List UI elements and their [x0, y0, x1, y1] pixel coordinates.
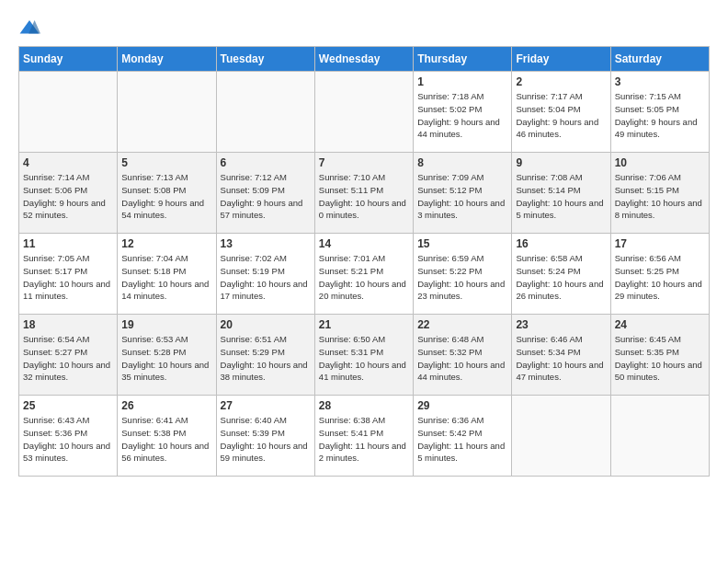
- calendar-cell: 3Sunrise: 7:15 AM Sunset: 5:05 PM Daylig…: [610, 72, 709, 153]
- calendar-week-row: 1Sunrise: 7:18 AM Sunset: 5:02 PM Daylig…: [19, 72, 710, 153]
- column-header-wednesday: Wednesday: [314, 47, 413, 72]
- calendar-week-row: 18Sunrise: 6:54 AM Sunset: 5:27 PM Dayli…: [19, 315, 710, 396]
- calendar-cell: [118, 72, 216, 153]
- calendar-cell: [314, 72, 413, 153]
- day-info: Sunrise: 6:48 AM Sunset: 5:32 PM Dayligh…: [417, 333, 507, 384]
- calendar-cell: 14Sunrise: 7:01 AM Sunset: 5:21 PM Dayli…: [314, 234, 413, 315]
- day-number: 10: [615, 156, 705, 169]
- calendar-cell: 15Sunrise: 6:59 AM Sunset: 5:22 PM Dayli…: [414, 234, 512, 315]
- day-number: 25: [23, 399, 113, 412]
- calendar-cell: 29Sunrise: 6:36 AM Sunset: 5:42 PM Dayli…: [414, 396, 512, 477]
- calendar-cell: 11Sunrise: 7:05 AM Sunset: 5:17 PM Dayli…: [19, 234, 118, 315]
- day-info: Sunrise: 7:04 AM Sunset: 5:18 PM Dayligh…: [121, 252, 211, 303]
- day-info: Sunrise: 6:45 AM Sunset: 5:35 PM Dayligh…: [615, 333, 705, 384]
- day-number: 26: [121, 399, 211, 412]
- day-info: Sunrise: 7:15 AM Sunset: 5:05 PM Dayligh…: [615, 90, 705, 141]
- day-info: Sunrise: 6:56 AM Sunset: 5:25 PM Dayligh…: [615, 252, 705, 303]
- day-number: 17: [615, 237, 705, 250]
- day-number: 20: [221, 318, 311, 331]
- calendar-cell: [610, 396, 709, 477]
- calendar-cell: 24Sunrise: 6:45 AM Sunset: 5:35 PM Dayli…: [610, 315, 709, 396]
- day-number: 29: [417, 399, 507, 412]
- calendar-week-row: 11Sunrise: 7:05 AM Sunset: 5:17 PM Dayli…: [19, 234, 710, 315]
- day-number: 4: [23, 156, 113, 169]
- day-number: 23: [516, 318, 606, 331]
- calendar-cell: [216, 72, 314, 153]
- calendar-cell: 18Sunrise: 6:54 AM Sunset: 5:27 PM Dayli…: [19, 315, 118, 396]
- column-header-monday: Monday: [118, 47, 216, 72]
- day-number: 6: [221, 156, 311, 169]
- day-info: Sunrise: 7:18 AM Sunset: 5:02 PM Dayligh…: [417, 90, 507, 141]
- calendar-cell: 7Sunrise: 7:10 AM Sunset: 5:11 PM Daylig…: [314, 153, 413, 234]
- day-number: 16: [516, 237, 606, 250]
- day-info: Sunrise: 6:53 AM Sunset: 5:28 PM Dayligh…: [121, 333, 211, 384]
- calendar-cell: 13Sunrise: 7:02 AM Sunset: 5:19 PM Dayli…: [216, 234, 314, 315]
- calendar-cell: 4Sunrise: 7:14 AM Sunset: 5:06 PM Daylig…: [19, 153, 118, 234]
- calendar-table: SundayMondayTuesdayWednesdayThursdayFrid…: [18, 46, 710, 477]
- day-info: Sunrise: 6:51 AM Sunset: 5:29 PM Dayligh…: [221, 333, 311, 384]
- calendar-cell: 2Sunrise: 7:17 AM Sunset: 5:04 PM Daylig…: [512, 72, 610, 153]
- day-info: Sunrise: 7:17 AM Sunset: 5:04 PM Dayligh…: [516, 90, 606, 141]
- day-number: 2: [516, 75, 606, 88]
- calendar-cell: 5Sunrise: 7:13 AM Sunset: 5:08 PM Daylig…: [118, 153, 216, 234]
- calendar-cell: 22Sunrise: 6:48 AM Sunset: 5:32 PM Dayli…: [414, 315, 512, 396]
- day-number: 8: [417, 156, 507, 169]
- day-number: 12: [121, 237, 211, 250]
- day-info: Sunrise: 6:46 AM Sunset: 5:34 PM Dayligh…: [516, 333, 606, 384]
- day-info: Sunrise: 7:01 AM Sunset: 5:21 PM Dayligh…: [319, 252, 409, 303]
- calendar-cell: 6Sunrise: 7:12 AM Sunset: 5:09 PM Daylig…: [216, 153, 314, 234]
- calendar-cell: 12Sunrise: 7:04 AM Sunset: 5:18 PM Dayli…: [118, 234, 216, 315]
- calendar-cell: 28Sunrise: 6:38 AM Sunset: 5:41 PM Dayli…: [314, 396, 413, 477]
- header: [18, 18, 710, 37]
- day-number: 22: [417, 318, 507, 331]
- column-header-friday: Friday: [512, 47, 610, 72]
- calendar-header-row: SundayMondayTuesdayWednesdayThursdayFrid…: [19, 47, 710, 72]
- logo: [18, 18, 44, 37]
- day-info: Sunrise: 7:13 AM Sunset: 5:08 PM Dayligh…: [121, 171, 211, 222]
- day-number: 28: [319, 399, 409, 412]
- calendar-cell: 23Sunrise: 6:46 AM Sunset: 5:34 PM Dayli…: [512, 315, 610, 396]
- calendar-week-row: 25Sunrise: 6:43 AM Sunset: 5:36 PM Dayli…: [19, 396, 710, 477]
- calendar-cell: 19Sunrise: 6:53 AM Sunset: 5:28 PM Dayli…: [118, 315, 216, 396]
- day-number: 9: [516, 156, 606, 169]
- day-info: Sunrise: 6:59 AM Sunset: 5:22 PM Dayligh…: [417, 252, 507, 303]
- calendar-cell: 10Sunrise: 7:06 AM Sunset: 5:15 PM Dayli…: [610, 153, 709, 234]
- calendar-cell: 25Sunrise: 6:43 AM Sunset: 5:36 PM Dayli…: [19, 396, 118, 477]
- day-info: Sunrise: 6:38 AM Sunset: 5:41 PM Dayligh…: [319, 414, 409, 465]
- day-info: Sunrise: 7:14 AM Sunset: 5:06 PM Dayligh…: [23, 171, 113, 222]
- logo-icon: [18, 18, 40, 37]
- column-header-saturday: Saturday: [610, 47, 709, 72]
- day-number: 18: [23, 318, 113, 331]
- day-info: Sunrise: 7:06 AM Sunset: 5:15 PM Dayligh…: [615, 171, 705, 222]
- day-number: 19: [121, 318, 211, 331]
- day-info: Sunrise: 6:40 AM Sunset: 5:39 PM Dayligh…: [221, 414, 311, 465]
- day-number: 27: [221, 399, 311, 412]
- day-info: Sunrise: 7:05 AM Sunset: 5:17 PM Dayligh…: [23, 252, 113, 303]
- day-number: 24: [615, 318, 705, 331]
- day-number: 1: [417, 75, 507, 88]
- calendar-cell: [512, 396, 610, 477]
- day-number: 5: [121, 156, 211, 169]
- calendar-cell: 27Sunrise: 6:40 AM Sunset: 5:39 PM Dayli…: [216, 396, 314, 477]
- day-number: 15: [417, 237, 507, 250]
- calendar-cell: 20Sunrise: 6:51 AM Sunset: 5:29 PM Dayli…: [216, 315, 314, 396]
- day-number: 13: [221, 237, 311, 250]
- calendar-cell: 9Sunrise: 7:08 AM Sunset: 5:14 PM Daylig…: [512, 153, 610, 234]
- day-info: Sunrise: 6:36 AM Sunset: 5:42 PM Dayligh…: [417, 414, 507, 465]
- column-header-tuesday: Tuesday: [216, 47, 314, 72]
- day-info: Sunrise: 7:12 AM Sunset: 5:09 PM Dayligh…: [221, 171, 311, 222]
- day-info: Sunrise: 6:41 AM Sunset: 5:38 PM Dayligh…: [121, 414, 211, 465]
- calendar-cell: [19, 72, 118, 153]
- day-info: Sunrise: 6:50 AM Sunset: 5:31 PM Dayligh…: [319, 333, 409, 384]
- calendar-cell: 1Sunrise: 7:18 AM Sunset: 5:02 PM Daylig…: [414, 72, 512, 153]
- day-number: 3: [615, 75, 705, 88]
- day-number: 21: [319, 318, 409, 331]
- day-info: Sunrise: 6:58 AM Sunset: 5:24 PM Dayligh…: [516, 252, 606, 303]
- calendar-cell: 8Sunrise: 7:09 AM Sunset: 5:12 PM Daylig…: [414, 153, 512, 234]
- day-info: Sunrise: 7:02 AM Sunset: 5:19 PM Dayligh…: [221, 252, 311, 303]
- day-info: Sunrise: 6:43 AM Sunset: 5:36 PM Dayligh…: [23, 414, 113, 465]
- day-number: 11: [23, 237, 113, 250]
- calendar-cell: 16Sunrise: 6:58 AM Sunset: 5:24 PM Dayli…: [512, 234, 610, 315]
- day-info: Sunrise: 7:09 AM Sunset: 5:12 PM Dayligh…: [417, 171, 507, 222]
- calendar-cell: 26Sunrise: 6:41 AM Sunset: 5:38 PM Dayli…: [118, 396, 216, 477]
